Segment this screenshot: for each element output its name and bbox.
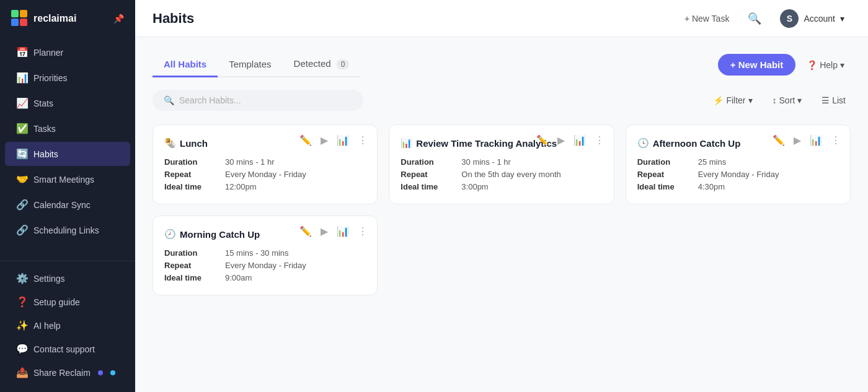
sidebar-label-tasks: Tasks (33, 124, 56, 134)
svg-rect-2 (11, 19, 19, 26)
sidebar-item-settings[interactable]: ⚙️ Settings (5, 267, 130, 290)
sidebar-item-tasks[interactable]: ✅ Tasks (5, 116, 130, 141)
svg-rect-1 (20, 10, 27, 17)
filter-icon: ⚡ (713, 95, 724, 105)
sidebar-label-stats: Stats (33, 98, 53, 108)
help-button[interactable]: ❓ Help ▾ (800, 56, 851, 74)
edit-icon[interactable]: ✏️ (534, 133, 551, 148)
sidebar-item-share-reclaim[interactable]: 📤 Share Reclaim (5, 361, 130, 384)
header-actions: + New Task 🔍 S Account ▾ (678, 6, 851, 31)
habit-details-afternoon: Duration 25 mins Repeat Every Monday - F… (637, 157, 839, 191)
sidebar-item-setup-guide[interactable]: ❓ Setup guide (5, 290, 130, 313)
sidebar-label-habits: Habits (33, 149, 58, 159)
detected-badge: 0 (337, 59, 350, 69)
new-task-label: + New Task (684, 14, 730, 24)
morning-repeat: Every Monday - Friday (225, 261, 366, 270)
stats-icon: 📈 (16, 97, 27, 109)
repeat-label: Repeat (164, 261, 220, 270)
morning-ideal-time: 9:00am (225, 273, 366, 282)
tabs: All Habits Templates Detected 0 (153, 52, 360, 77)
sidebar-item-habits[interactable]: 🔄 Habits (5, 142, 130, 166)
duration-label: Duration (164, 157, 220, 167)
avatar: S (780, 9, 799, 28)
search-filter-row: 🔍 Search Habits... ⚡ Filter ▾ ↕ Sort ▾ ☰… (153, 90, 851, 111)
svg-rect-0 (11, 10, 19, 17)
sidebar-item-ai-help[interactable]: ✨ AI help (5, 314, 130, 337)
account-button[interactable]: S Account ▾ (774, 6, 851, 31)
new-task-button[interactable]: + New Task (678, 10, 736, 27)
filter-button[interactable]: ⚡ Filter ▾ (708, 92, 757, 108)
afternoon-ideal-time: 4:30pm (698, 182, 839, 191)
new-habit-button[interactable]: + New Habit (718, 54, 795, 76)
habits-grid: ✏️ ▶ 📊 ⋮ 🌯 Lunch Duration 30 mins - 1 hr… (153, 124, 851, 204)
tab-detected[interactable]: Detected 0 (283, 52, 361, 77)
sidebar-label-scheduling-links: Scheduling Links (33, 225, 99, 235)
settings-icon: ⚙️ (16, 272, 27, 284)
sidebar-item-priorities[interactable]: 📊 Priorities (5, 66, 130, 90)
tasks-icon: ✅ (16, 123, 27, 134)
play-icon[interactable]: ▶ (319, 133, 330, 148)
more-icon[interactable]: ⋮ (356, 224, 370, 239)
sidebar-label-calendar-sync: Calendar Sync (33, 200, 91, 210)
sidebar-item-smart-meetings[interactable]: 🤝 Smart Meetings (5, 167, 130, 191)
tab-templates[interactable]: Templates (218, 53, 282, 77)
help-icon: ❓ (807, 60, 817, 70)
review-emoji: 📊 (401, 137, 412, 149)
habits-icon: 🔄 (16, 148, 27, 160)
sidebar-item-planner[interactable]: 📅 Planner (5, 40, 130, 64)
sidebar-item-contact-support[interactable]: 💬 Contact support (5, 338, 130, 360)
edit-icon[interactable]: ✏️ (298, 133, 314, 148)
habit-details-lunch: Duration 30 mins - 1 hr Repeat Every Mon… (164, 157, 366, 191)
search-placeholder: Search Habits... (179, 95, 241, 105)
stats-icon[interactable]: 📊 (335, 224, 351, 239)
sidebar-item-scheduling-links[interactable]: 🔗 Scheduling Links (5, 218, 130, 242)
calendar-sync-icon: 🔗 (16, 199, 27, 211)
afternoon-emoji: 🕓 (637, 137, 649, 149)
sidebar-label-smart-meetings: Smart Meetings (33, 175, 94, 185)
stats-icon[interactable]: 📊 (335, 133, 351, 148)
more-icon[interactable]: ⋮ (356, 133, 370, 148)
svg-rect-3 (20, 19, 27, 26)
edit-icon[interactable]: ✏️ (298, 224, 314, 239)
play-icon[interactable]: ▶ (556, 133, 567, 148)
tab-actions: + New Habit ❓ Help ▾ (718, 54, 851, 76)
filter-chevron: ▾ (748, 95, 753, 105)
afternoon-repeat: Every Monday - Friday (698, 170, 839, 179)
lunch-emoji: 🌯 (164, 137, 176, 149)
chevron-down-icon: ▾ (840, 14, 844, 24)
lunch-repeat: Every Monday - Friday (225, 170, 366, 179)
edit-icon[interactable]: ✏️ (771, 133, 787, 148)
review-duration: 30 mins - 1 hr (461, 157, 602, 167)
sidebar-item-calendar-sync[interactable]: 🔗 Calendar Sync (5, 193, 130, 217)
content-area: All Habits Templates Detected 0 + New Ha… (135, 37, 868, 392)
scheduling-links-icon: 🔗 (16, 224, 27, 236)
ideal-time-label: Ideal time (164, 182, 220, 191)
more-icon[interactable]: ⋮ (593, 133, 606, 148)
app-logo[interactable]: reclaimai 📌 (0, 0, 135, 37)
search-button[interactable]: 🔍 (745, 9, 764, 28)
play-icon[interactable]: ▶ (319, 224, 330, 239)
stats-icon[interactable]: 📊 (808, 133, 824, 148)
habit-card-afternoon-catch-up: ✏️ ▶ 📊 ⋮ 🕓 Afternoon Catch Up Duration 2… (626, 124, 851, 204)
more-icon[interactable]: ⋮ (829, 133, 843, 148)
stats-icon[interactable]: 📊 (572, 133, 588, 148)
list-button[interactable]: ☰ List (817, 92, 851, 108)
app-name: reclaimai (33, 13, 76, 24)
tab-templates-label: Templates (229, 59, 271, 69)
planner-icon: 📅 (16, 46, 27, 58)
tab-all-habits[interactable]: All Habits (153, 53, 218, 77)
habit-details-review: Duration 30 mins - 1 hr Repeat On the 5t… (401, 157, 602, 191)
search-box[interactable]: 🔍 Search Habits... (153, 90, 363, 111)
play-icon[interactable]: ▶ (792, 133, 803, 148)
duration-label: Duration (401, 157, 456, 167)
card-actions-lunch: ✏️ ▶ 📊 ⋮ (298, 133, 370, 148)
help-label: Help (820, 60, 838, 70)
tab-all-habits-label: All Habits (164, 59, 206, 69)
sidebar-label-planner: Planner (33, 48, 63, 58)
filter-sort-controls: ⚡ Filter ▾ ↕ Sort ▾ ☰ List (708, 92, 851, 108)
sidebar-item-stats[interactable]: 📈 Stats (5, 91, 130, 115)
sidebar-label-priorities: Priorities (33, 73, 67, 83)
pin-icon[interactable]: 📌 (113, 14, 124, 24)
card-actions-morning: ✏️ ▶ 📊 ⋮ (298, 224, 370, 239)
sort-button[interactable]: ↕ Sort ▾ (768, 92, 807, 108)
